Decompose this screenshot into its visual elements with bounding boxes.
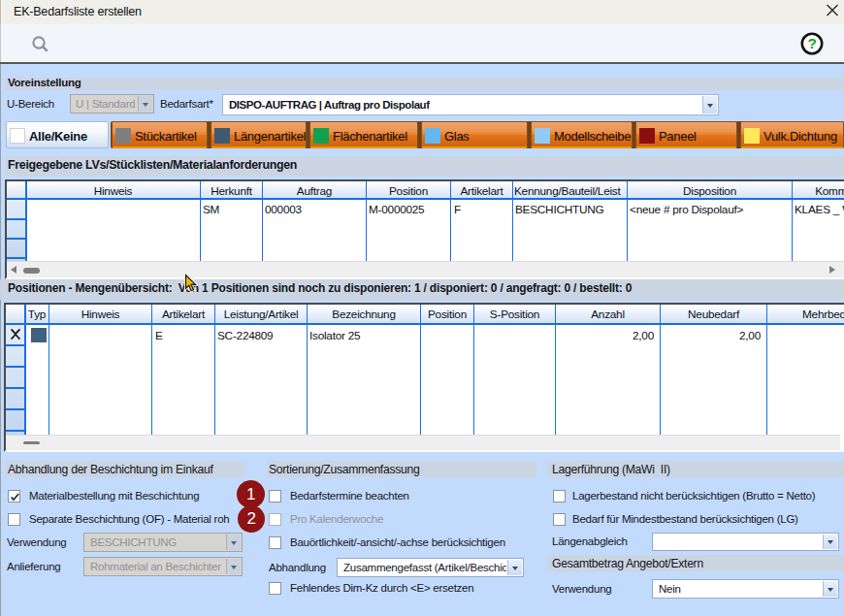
svg-text:?: ? [807, 35, 816, 51]
